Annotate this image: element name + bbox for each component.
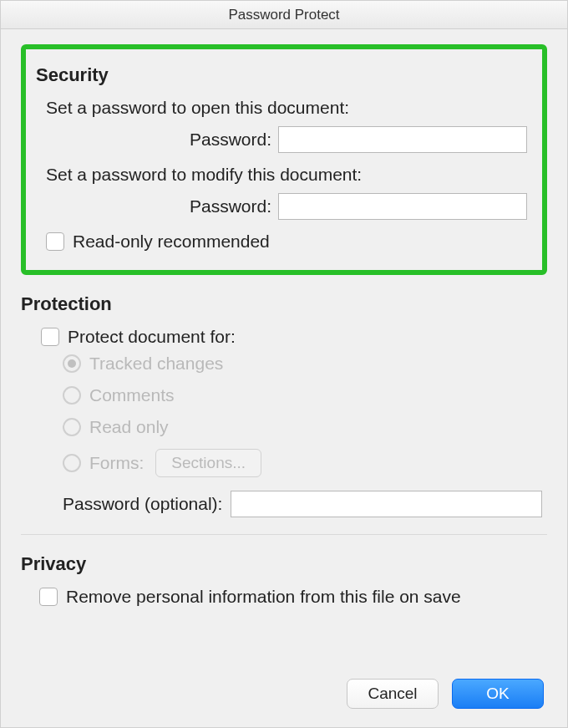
- radio-comments-indicator: [63, 386, 81, 405]
- radio-read-only: Read only: [63, 417, 547, 437]
- radio-forms-label: Forms:: [89, 453, 144, 473]
- radio-forms-indicator: [63, 454, 81, 472]
- modify-password-row: Password:: [36, 193, 532, 220]
- protect-document-for-row[interactable]: Protect document for:: [41, 327, 547, 347]
- dialog-content: Security Set a password to open this doc…: [1, 29, 567, 627]
- readonly-recommended-checkbox[interactable]: [46, 232, 64, 251]
- radio-comments-label: Comments: [89, 385, 175, 405]
- ok-button[interactable]: OK: [452, 679, 544, 709]
- radio-tracked-changes-label: Tracked changes: [89, 354, 223, 374]
- open-password-description: Set a password to open this document:: [46, 98, 532, 118]
- remove-personal-info-checkbox[interactable]: [39, 588, 58, 606]
- open-password-label: Password:: [36, 130, 278, 150]
- radio-tracked-changes-indicator: [63, 354, 81, 373]
- protect-document-for-checkbox[interactable]: [41, 328, 59, 346]
- modify-password-label: Password:: [36, 196, 278, 216]
- radio-read-only-label: Read only: [89, 417, 169, 437]
- modify-password-description: Set a password to modify this document:: [46, 165, 532, 185]
- security-highlight-box: Security Set a password to open this doc…: [21, 44, 547, 275]
- protection-password-row: Password (optional):: [63, 491, 547, 517]
- protect-document-for-label: Protect document for:: [68, 327, 236, 347]
- password-protect-dialog: Password Protect Security Set a password…: [0, 0, 568, 728]
- modify-password-input[interactable]: [278, 193, 527, 220]
- radio-read-only-indicator: [63, 418, 81, 436]
- dialog-titlebar: Password Protect: [1, 1, 567, 29]
- privacy-section: Privacy Remove personal information from…: [21, 553, 547, 607]
- protection-section: Protection Protect document for: Tracked…: [21, 293, 547, 517]
- open-password-input[interactable]: [278, 126, 527, 153]
- remove-personal-info-row[interactable]: Remove personal information from this fi…: [39, 587, 547, 607]
- readonly-recommended-label: Read-only recommended: [73, 232, 270, 252]
- dialog-title: Password Protect: [228, 7, 339, 23]
- radio-forms: Forms: Sections...: [63, 449, 547, 477]
- security-heading: Security: [36, 64, 532, 86]
- readonly-recommended-row[interactable]: Read-only recommended: [46, 232, 532, 252]
- section-divider: [21, 534, 547, 535]
- sections-button: Sections...: [155, 449, 261, 477]
- privacy-heading: Privacy: [21, 553, 547, 575]
- protection-password-label: Password (optional):: [63, 494, 222, 514]
- protection-heading: Protection: [21, 293, 547, 315]
- radio-comments: Comments: [63, 385, 547, 405]
- dialog-button-bar: Cancel OK: [347, 679, 544, 709]
- open-password-row: Password:: [36, 126, 532, 153]
- cancel-button[interactable]: Cancel: [347, 679, 439, 709]
- protection-password-input[interactable]: [231, 491, 542, 517]
- remove-personal-info-label: Remove personal information from this fi…: [66, 587, 461, 607]
- protection-radio-list: Tracked changes Comments Read only Forms…: [63, 354, 547, 477]
- radio-tracked-changes: Tracked changes: [63, 354, 547, 374]
